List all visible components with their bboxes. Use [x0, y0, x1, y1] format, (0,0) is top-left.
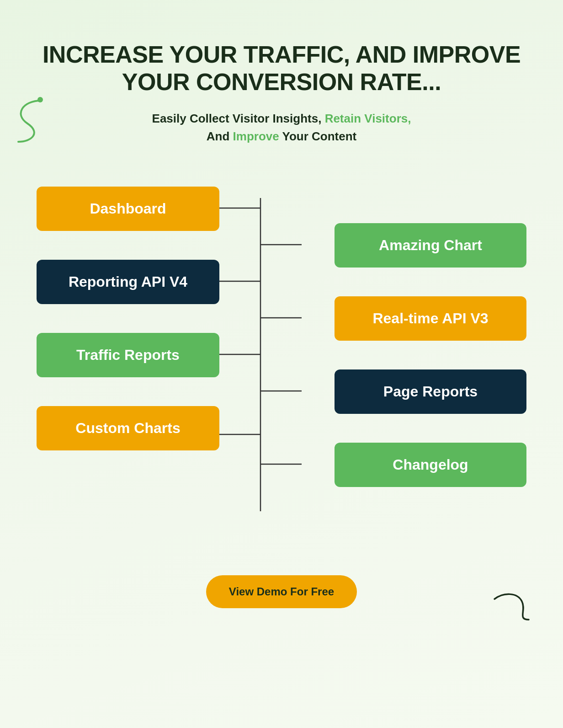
page-reports-box: Page Reports [335, 369, 526, 414]
traffic-reports-label: Traffic Reports [76, 347, 180, 364]
view-demo-button[interactable]: View Demo For Free [206, 575, 357, 608]
deco-squiggle-top-icon [9, 91, 50, 146]
header-section: INCREASE YOUR TRAFFIC, AND IMPROVE YOUR … [37, 27, 526, 145]
custom-charts-label: Custom Charts [75, 420, 180, 437]
main-title: INCREASE YOUR TRAFFIC, AND IMPROVE YOUR … [37, 41, 526, 96]
custom-charts-box: Custom Charts [37, 406, 219, 450]
dashboard-label: Dashboard [90, 200, 166, 217]
traffic-reports-box: Traffic Reports [37, 333, 219, 377]
changelog-box: Changelog [335, 443, 526, 487]
cta-section: View Demo For Free [37, 575, 526, 608]
dashboard-box: Dashboard [37, 187, 219, 231]
subtitle: Easily Collect Visitor Insights, Retain … [37, 110, 526, 145]
reporting-api-label: Reporting API V4 [69, 273, 187, 290]
changelog-label: Changelog [393, 456, 468, 473]
realtime-api-label: Real-time API V3 [372, 310, 488, 327]
svg-point-0 [37, 97, 43, 102]
page-reports-label: Page Reports [383, 383, 478, 400]
reporting-api-box: Reporting API V4 [37, 260, 219, 304]
realtime-api-box: Real-time API V3 [335, 296, 526, 341]
page-container: INCREASE YOUR TRAFFIC, AND IMPROVE YOUR … [0, 0, 563, 645]
tree-diagram: Dashboard Reporting API V4 Traffic Repor… [37, 173, 526, 548]
amazing-chart-label: Amazing Chart [379, 237, 482, 254]
amazing-chart-box: Amazing Chart [335, 223, 526, 268]
